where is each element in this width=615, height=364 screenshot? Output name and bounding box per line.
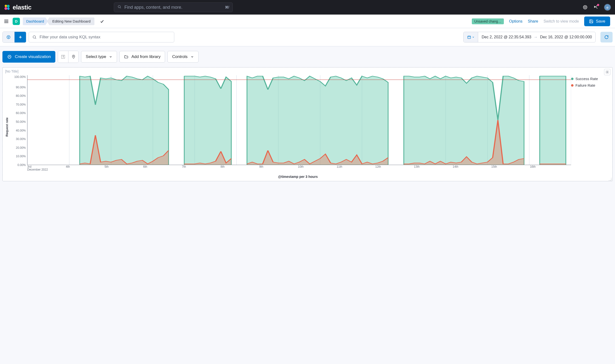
plus-icon xyxy=(18,35,23,39)
time-range-display[interactable]: Dec 2, 2022 @ 22:35:54.393 → Dec 16, 202… xyxy=(478,35,595,39)
gear-icon xyxy=(605,70,609,74)
user-avatar[interactable]: e xyxy=(604,4,611,11)
brand-text: elastic xyxy=(13,4,31,11)
chart-plot-area[interactable] xyxy=(27,75,571,165)
add-filter-button[interactable] xyxy=(14,32,26,42)
add-text-button[interactable]: T xyxy=(58,51,68,63)
newsfeed-icon[interactable] xyxy=(593,5,599,10)
svg-point-23 xyxy=(8,55,11,58)
query-bar: Dec 2, 2022 @ 22:35:54.393 → Dec 16, 202… xyxy=(0,28,615,46)
view-mode-button: Switch to view mode xyxy=(543,19,579,24)
panel-title: [No Title] xyxy=(3,67,612,75)
svg-point-26 xyxy=(73,56,74,57)
date-picker-button[interactable] xyxy=(464,32,478,42)
svg-rect-19 xyxy=(468,36,471,39)
unsaved-badge: Unsaved chang… xyxy=(472,18,504,24)
svg-point-3 xyxy=(7,8,10,10)
dashboard-canvas: [No Title] Request rate 100.00%90.00%80.… xyxy=(0,67,615,364)
breadcrumb-current: Editing New Dashboard xyxy=(47,17,94,25)
share-button[interactable]: Share xyxy=(528,19,538,24)
text-icon: T xyxy=(61,54,65,59)
svg-point-1 xyxy=(7,5,10,7)
calendar-icon xyxy=(467,35,471,39)
svg-point-17 xyxy=(33,36,36,38)
nav-toggle-icon[interactable] xyxy=(3,18,10,25)
breadcrumb: Dashboard Editing New Dashboard xyxy=(23,17,94,25)
arrow-right-icon: → xyxy=(534,35,537,39)
folder-icon xyxy=(124,55,128,59)
search-icon xyxy=(118,5,121,10)
app-bar: D Dashboard Editing New Dashboard Unsave… xyxy=(0,14,615,28)
breadcrumb-check-icon[interactable] xyxy=(100,19,104,24)
lens-icon xyxy=(7,54,12,59)
time-end: Dec 16, 2022 @ 12:00:00.000 xyxy=(540,35,592,39)
controls-button[interactable]: Controls xyxy=(168,51,198,63)
add-image-button[interactable] xyxy=(68,51,79,63)
legend-dot-icon xyxy=(571,84,574,87)
add-from-library-button[interactable]: Add from library xyxy=(119,51,165,63)
y-axis-ticks: 100.00%90.00%80.00%70.00%60.00%50.00%40.… xyxy=(12,75,27,165)
global-header: elastic ⌘/ e xyxy=(0,0,615,14)
svg-point-2 xyxy=(4,7,7,10)
breadcrumb-dashboard[interactable]: Dashboard xyxy=(23,17,48,25)
save-icon xyxy=(589,19,593,24)
save-button[interactable]: Save xyxy=(584,16,610,26)
filter-toggle-group xyxy=(2,32,26,43)
refresh-icon xyxy=(604,35,609,39)
svg-point-4 xyxy=(118,6,120,8)
svg-point-7 xyxy=(584,7,586,8)
global-search[interactable]: ⌘/ xyxy=(114,2,233,12)
help-icon[interactable] xyxy=(582,5,588,10)
refresh-button[interactable] xyxy=(601,32,613,42)
kql-query-box[interactable] xyxy=(29,32,174,42)
panel-resize-handle[interactable] xyxy=(608,177,611,180)
search-shortcut-hint: ⌘/ xyxy=(225,5,229,9)
panel-options-button[interactable] xyxy=(604,69,610,75)
legend-item-success[interactable]: Success Rate xyxy=(571,77,610,81)
time-start: Dec 2, 2022 @ 22:35:54.393 xyxy=(482,35,531,39)
chevron-down-icon xyxy=(109,55,112,58)
select-type-button[interactable]: Select type xyxy=(81,51,117,63)
legend-dot-icon xyxy=(571,78,574,80)
options-button[interactable]: Options xyxy=(509,19,523,24)
visualization-panel[interactable]: [No Title] Request rate 100.00%90.00%80.… xyxy=(2,67,613,181)
search-icon xyxy=(32,35,37,39)
filter-icon xyxy=(6,35,11,39)
legend-item-failure[interactable]: Failure Rate xyxy=(571,83,610,87)
svg-line-5 xyxy=(120,8,121,8)
x-axis-sublabel: December 2022 xyxy=(27,168,610,171)
create-visualization-button[interactable]: Create visualization xyxy=(2,51,55,63)
space-selector[interactable]: D xyxy=(13,18,20,25)
dashboard-toolbar: Create visualization T Select type Add f… xyxy=(0,46,615,67)
svg-point-0 xyxy=(5,5,7,7)
x-axis-label: @timestamp per 3 hours xyxy=(27,175,569,179)
global-search-input[interactable] xyxy=(124,5,222,10)
svg-point-27 xyxy=(607,72,608,73)
marker-icon xyxy=(71,54,76,59)
time-picker[interactable]: Dec 2, 2022 @ 22:35:54.393 → Dec 16, 202… xyxy=(463,32,596,42)
svg-point-6 xyxy=(583,6,587,9)
chart-legend: Success Rate Failure Rate xyxy=(571,75,610,165)
kql-input[interactable] xyxy=(39,35,171,39)
elastic-logo-icon xyxy=(4,4,10,11)
quick-add-group: T xyxy=(58,51,79,63)
svg-line-18 xyxy=(35,38,36,39)
y-axis-label: Request rate xyxy=(5,117,9,137)
chevron-down-icon xyxy=(191,55,194,58)
brand-logo[interactable]: elastic xyxy=(4,4,31,11)
saved-query-button[interactable] xyxy=(3,32,14,42)
svg-text:T: T xyxy=(63,56,64,58)
chevron-down-icon xyxy=(472,36,474,38)
